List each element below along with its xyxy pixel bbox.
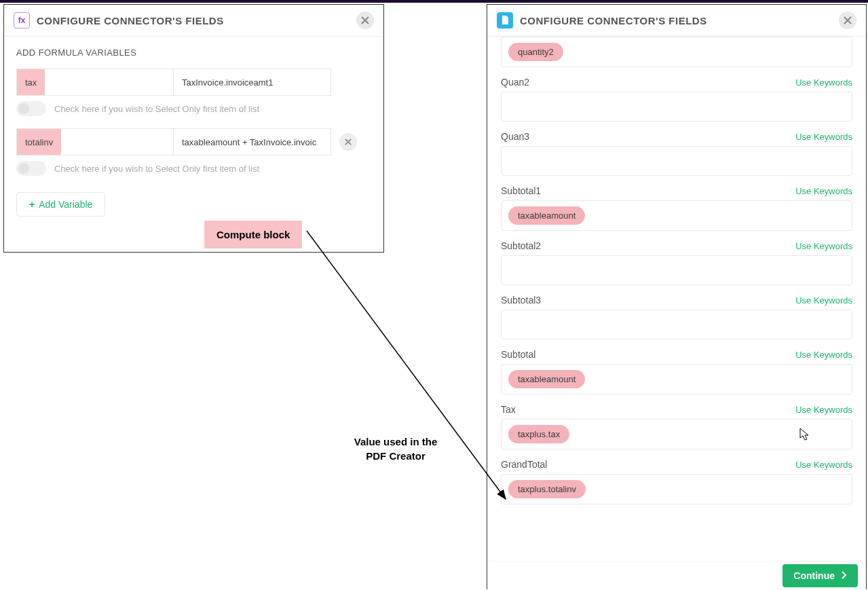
field-block: Subtotal2 Use Keywords xyxy=(501,240,852,285)
field-block: Quan2 Use Keywords xyxy=(501,77,852,122)
pdf-panel-footer: Continue xyxy=(487,561,866,589)
field-block: Tax Use Keywords taxplus.tax xyxy=(501,404,852,449)
field-input[interactable]: taxableamount xyxy=(501,364,852,394)
value-pill: taxableamount xyxy=(508,206,585,225)
compute-block-annotation: Compute block xyxy=(204,221,302,248)
doc-icon xyxy=(497,12,513,29)
variable-name-text: totalinv xyxy=(17,129,61,155)
field-block: Subtotal3 Use Keywords xyxy=(501,295,852,339)
pdf-creator-annotation: Value used in thePDF Creator xyxy=(348,435,443,463)
field-block: Subtotal1 Use Keywords taxableamount xyxy=(501,185,852,231)
pdf-panel-header: CONFIGURE CONNECTOR'S FIELDS xyxy=(487,5,866,37)
toggle-label: Check here if you wish to Select Only fi… xyxy=(54,164,259,174)
first-item-toggle[interactable] xyxy=(16,161,46,176)
field-block: Quan3 Use Keywords xyxy=(501,131,852,176)
field-input[interactable]: taxableamount xyxy=(501,200,852,231)
field-head: Subtotal3 Use Keywords xyxy=(501,295,852,306)
field-block: quantity2 xyxy=(501,37,852,67)
field-label: Subtotal3 xyxy=(501,295,541,306)
field-block: Subtotal Use Keywords taxableamount xyxy=(501,349,852,394)
continue-button[interactable]: Continue xyxy=(782,564,858,587)
field-label: Quan2 xyxy=(501,77,529,88)
close-icon[interactable] xyxy=(839,12,856,29)
variable-row: tax TaxInvoice.invoiceamt1 xyxy=(16,69,371,96)
pdf-panel-body: quantity2 Quan2 Use Keywords Quan3 Use K… xyxy=(487,37,866,564)
variable-name-input[interactable]: totalinv xyxy=(16,128,174,155)
use-keywords-link[interactable]: Use Keywords xyxy=(795,77,852,88)
value-pill: taxplus.totalinv xyxy=(508,480,586,498)
continue-label: Continue xyxy=(793,570,835,581)
use-keywords-link[interactable]: Use Keywords xyxy=(795,460,852,470)
toggle-row: Check here if you wish to Select Only fi… xyxy=(16,101,371,116)
field-label: Subtotal2 xyxy=(501,240,541,251)
formula-vars-heading: ADD FORMULA VARIABLES xyxy=(16,48,371,58)
variable-row: totalinv taxableamount + TaxInvoice.invo… xyxy=(16,128,371,155)
use-keywords-link[interactable]: Use Keywords xyxy=(795,132,852,142)
field-head: Subtotal Use Keywords xyxy=(501,349,852,360)
field-label: Quan3 xyxy=(501,131,529,142)
remove-variable-button[interactable] xyxy=(339,133,357,151)
field-block: GrandTotal Use Keywords taxplus.totalinv xyxy=(501,459,852,504)
fx-icon: fx xyxy=(14,12,30,29)
field-head: Subtotal2 Use Keywords xyxy=(501,240,852,251)
value-pill: taxplus.tax xyxy=(508,425,569,443)
use-keywords-link[interactable]: Use Keywords xyxy=(795,295,852,306)
field-input[interactable]: taxplus.totalinv xyxy=(501,474,852,504)
toggle-row: Check here if you wish to Select Only fi… xyxy=(16,161,371,176)
field-head: Quan2 Use Keywords xyxy=(501,77,852,88)
compute-panel: fx CONFIGURE CONNECTOR'S FIELDS ADD FORM… xyxy=(3,4,384,253)
close-icon[interactable] xyxy=(356,12,374,29)
variable-expr-input[interactable]: taxableamount + TaxInvoice.invoic xyxy=(174,128,331,155)
chevron-right-icon xyxy=(842,570,847,581)
use-keywords-link[interactable]: Use Keywords xyxy=(795,350,852,360)
add-variable-button[interactable]: + Add Variable xyxy=(16,192,105,217)
pdf-panel: CONFIGURE CONNECTOR'S FIELDS quantity2 Q… xyxy=(487,4,867,589)
compute-panel-header: fx CONFIGURE CONNECTOR'S FIELDS xyxy=(4,5,383,37)
first-item-toggle[interactable] xyxy=(16,101,46,116)
use-keywords-link[interactable]: Use Keywords xyxy=(795,241,852,251)
variable-expr-input[interactable]: TaxInvoice.invoiceamt1 xyxy=(174,69,331,96)
variable-name-text: tax xyxy=(17,69,45,95)
field-label: Subtotal xyxy=(501,349,535,360)
variable-name-input[interactable]: tax xyxy=(16,69,174,96)
value-pill: taxableamount xyxy=(508,370,585,388)
compute-panel-body: ADD FORMULA VARIABLES tax TaxInvoice.inv… xyxy=(4,37,383,229)
use-keywords-link[interactable]: Use Keywords xyxy=(795,405,852,415)
pdf-panel-title: CONFIGURE CONNECTOR'S FIELDS xyxy=(520,15,707,26)
variable-expr-text: taxableamount + TaxInvoice.invoic xyxy=(182,137,316,147)
add-variable-label: Add Variable xyxy=(39,199,92,210)
field-label: Tax xyxy=(501,404,516,415)
cursor-icon xyxy=(799,428,810,441)
field-input[interactable] xyxy=(501,146,852,176)
field-head: Subtotal1 Use Keywords xyxy=(501,185,852,196)
field-head: Quan3 Use Keywords xyxy=(501,131,852,142)
plus-icon: + xyxy=(29,199,35,210)
field-label: GrandTotal xyxy=(501,459,547,470)
field-input[interactable] xyxy=(501,255,852,285)
field-head: GrandTotal Use Keywords xyxy=(501,459,852,470)
field-label: Subtotal1 xyxy=(501,185,541,196)
app-top-bar xyxy=(0,0,868,3)
variable-expr-text: TaxInvoice.invoiceamt1 xyxy=(182,77,273,88)
field-head: Tax Use Keywords xyxy=(501,404,852,415)
use-keywords-link[interactable]: Use Keywords xyxy=(795,186,852,196)
compute-panel-title: CONFIGURE CONNECTOR'S FIELDS xyxy=(37,15,224,26)
field-input[interactable] xyxy=(501,310,852,339)
field-input[interactable] xyxy=(501,92,852,122)
field-input[interactable]: quantity2 xyxy=(501,37,852,67)
toggle-label: Check here if you wish to Select Only fi… xyxy=(54,104,259,114)
value-pill: quantity2 xyxy=(508,43,563,61)
